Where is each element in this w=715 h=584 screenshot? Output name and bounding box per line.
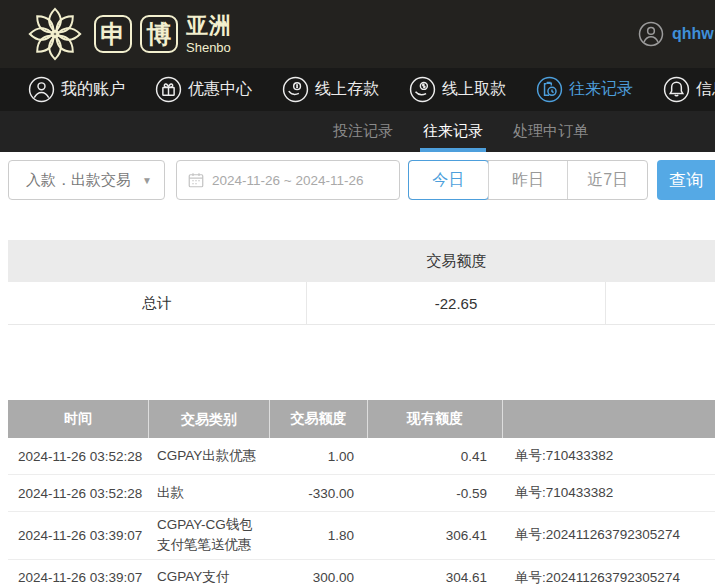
yesterday-button[interactable]: 昨日 [488,161,568,199]
cell-amount: 1.00 [270,449,368,464]
transactions-table: 时间 交易类别 交易额度 现有额度 摘要 2024-11-26 03:52:28… [8,400,715,584]
tab-label: 投注记录 [333,122,393,141]
chevron-down-icon: ▼ [142,175,152,186]
cell-balance: 304.61 [368,570,503,584]
withdraw-hand-coin-icon [409,76,436,103]
search-button[interactable]: 查询 [657,160,715,200]
nav-item-deposit[interactable]: 线上存款 [282,76,379,103]
bell-icon [663,76,690,103]
col-header-memo: 摘要 [503,400,715,438]
col-header-amount: 交易额度 [270,400,368,438]
summary-total-label: 总计 [8,282,307,324]
brand-logo[interactable]: 申 博 亚洲 Shenbo [24,3,232,65]
last7days-button[interactable]: 近7日 [567,161,647,199]
user-account[interactable]: qhhw [638,21,714,47]
tab-label: 往来记录 [423,122,483,141]
nav-label: 线上取款 [442,79,506,100]
brand-char-box: 申 [94,15,132,53]
table-row: 2024-11-26 03:52:28 出款 -330.00 -0.59 单号:… [8,475,715,512]
today-button[interactable]: 今日 [409,161,488,199]
transaction-type-select[interactable]: 入款．出款交易 ▼ [8,160,165,200]
nav-label: 我的账户 [61,79,125,100]
cell-time: 2024-11-26 03:39:07 [8,570,149,584]
today-label: 今日 [432,170,464,191]
summary-header-spacer [606,240,715,282]
last7days-label: 近7日 [587,170,628,191]
search-button-label: 查询 [669,169,703,192]
deposit-hand-coin-icon [282,76,309,103]
cell-balance: 306.41 [368,528,503,543]
cell-memo: 单号:202411263792305274 [503,526,715,544]
brand-latin: Shenbo [186,41,232,54]
col-header-time: 时间 [8,400,149,438]
nav-item-transactions[interactable]: 往来记录 [536,76,633,103]
tab-bet-records[interactable]: 投注记录 [333,111,393,152]
cell-type: CGPAY支付 [149,564,270,584]
transaction-type-value: 入款．出款交易 [26,171,142,190]
summary-header-spacer [8,240,307,282]
cell-time: 2024-11-26 03:39:07 [8,528,149,543]
summary-empty-cell [606,282,715,324]
cell-memo: 单号:710433382 [503,447,715,465]
cell-time: 2024-11-26 03:52:28 [8,486,149,501]
main-nav: 我的账户 优惠中心 线上存款 线上取款 [0,68,715,111]
table-row: 2024-11-26 03:52:28 CGPAY出款优惠 1.00 0.41 … [8,438,715,475]
cell-type: CGPAY出款优惠 [149,443,270,469]
top-header: 申 博 亚洲 Shenbo qhhw [0,0,715,68]
lotus-flower-icon [24,3,86,65]
nav-label: 往来记录 [569,79,633,100]
table-row: 2024-11-26 03:39:07 CGPAY-CG钱包支付笔笔送优惠 1.… [8,512,715,560]
cell-time: 2024-11-26 03:52:28 [8,449,149,464]
gift-icon [155,76,182,103]
nav-item-my-account[interactable]: 我的账户 [28,76,125,103]
summary-table: 交易额度 总计 -22.65 [8,240,715,325]
tab-transaction-records[interactable]: 往来记录 [423,111,483,152]
nav-label: 优惠中心 [188,79,252,100]
calendar-icon [187,171,205,189]
date-range-picker[interactable]: 2024-11-26 ~ 2024-11-26 [176,160,400,200]
cell-balance: -0.59 [368,486,503,501]
col-header-balance: 现有额度 [368,400,503,438]
cell-type: 出款 [149,480,270,506]
brand-char-box: 博 [140,15,178,53]
summary-header-row: 交易额度 [8,240,715,282]
user-circle-icon [638,21,664,47]
cell-amount: 300.00 [270,570,368,584]
summary-total-value: -22.65 [307,282,606,324]
tab-pending-orders[interactable]: 处理中订单 [513,111,588,152]
table-row: 2024-11-26 03:39:07 CGPAY支付 300.00 304.6… [8,560,715,584]
nav-label: 线上存款 [315,79,379,100]
yesterday-label: 昨日 [512,170,544,191]
tab-label: 处理中订单 [513,122,588,141]
summary-total-row: 总计 -22.65 [8,282,715,325]
nav-item-messages[interactable]: 信息 [663,76,715,103]
user-name: qhhw [672,25,714,43]
brand-region: 亚洲 [186,15,232,37]
cell-memo: 单号:202411263792305274 [503,569,715,584]
cell-amount: -330.00 [270,486,368,501]
clipboard-clock-icon [536,76,563,103]
nav-label: 信息 [696,79,715,100]
cell-memo: 单号:710433382 [503,484,715,502]
cell-balance: 0.41 [368,449,503,464]
cell-type: CGPAY-CG钱包支付笔笔送优惠 [149,512,270,559]
quick-range-group: 今日 昨日 近7日 [408,160,648,200]
date-range-value: 2024-11-26 ~ 2024-11-26 [212,173,364,188]
nav-item-promotions[interactable]: 优惠中心 [155,76,252,103]
sub-nav: 投注记录 往来记录 处理中订单 [0,111,715,152]
table-header-row: 时间 交易类别 交易额度 现有额度 摘要 [8,400,715,438]
cell-amount: 1.80 [270,528,368,543]
col-header-type: 交易类别 [149,400,270,438]
summary-header-label: 交易额度 [307,240,606,282]
nav-item-withdraw[interactable]: 线上取款 [409,76,506,103]
user-circle-icon [28,76,55,103]
